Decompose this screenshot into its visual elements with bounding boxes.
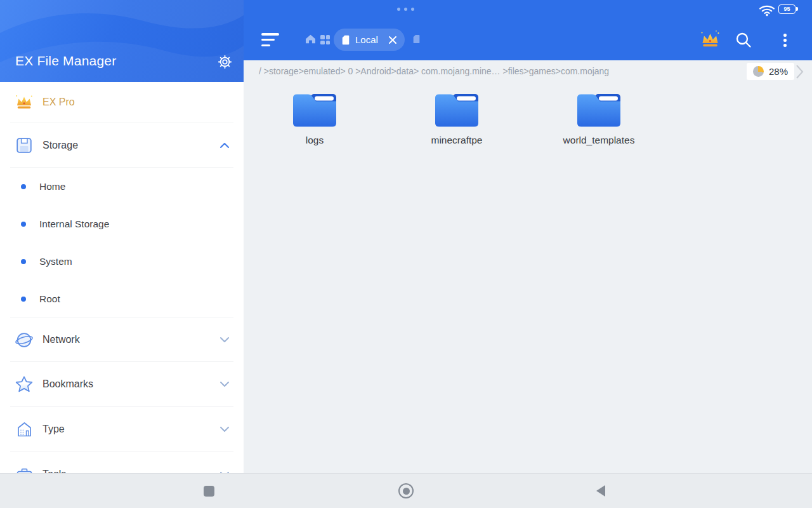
chevron-down-icon xyxy=(219,337,232,343)
building-icon xyxy=(14,420,34,438)
sidebar-item-ex-pro[interactable]: EX Pro xyxy=(10,82,233,123)
ex-file-manager-screen: 12:00 Thu, Aug 14 95 Local xyxy=(0,0,812,508)
ex-pro-label: EX Pro xyxy=(43,97,75,108)
wave-decoration xyxy=(0,0,244,82)
apps-grid-icon[interactable] xyxy=(320,35,330,44)
folder-name: minecraftpe xyxy=(431,135,483,146)
bullet-icon xyxy=(21,184,26,189)
tab-local[interactable]: Local xyxy=(334,29,405,51)
new-tab-sdcard-icon[interactable] xyxy=(413,34,420,46)
sidebar-section-storage[interactable]: Storage xyxy=(10,123,233,168)
folder-item-world-templates[interactable]: world_templates xyxy=(528,83,670,154)
breadcrumb-bar: / >storage>emulated> 0 >Android>data> co… xyxy=(244,60,812,83)
file-grid: logs minecraftpe world_templates xyxy=(244,83,812,154)
briefcase-icon xyxy=(14,467,34,474)
tools-label: Tools xyxy=(43,469,66,473)
usage-percent: 28% xyxy=(769,66,788,77)
sidebar-item-home[interactable]: Home xyxy=(10,168,233,205)
crown-icon xyxy=(14,93,34,111)
star-icon xyxy=(14,375,34,393)
premium-crown-icon[interactable] xyxy=(700,30,721,52)
network-label: Network xyxy=(43,334,80,345)
chevron-right-icon xyxy=(796,64,804,79)
folder-icon xyxy=(575,92,623,129)
chevron-down-icon xyxy=(219,381,232,387)
folder-icon xyxy=(291,92,339,129)
folder-item-logs[interactable]: logs xyxy=(244,83,386,154)
home-label: Home xyxy=(39,181,65,192)
search-icon[interactable] xyxy=(735,31,752,51)
breadcrumb[interactable]: / >storage>emulated> 0 >Android>data> co… xyxy=(259,60,609,82)
bullet-icon xyxy=(21,222,26,227)
app-title: EX File Manager xyxy=(15,53,116,69)
tab-close-icon[interactable] xyxy=(388,36,397,44)
chevron-down-icon xyxy=(219,426,232,432)
storage-usage-badge[interactable]: 28% xyxy=(747,63,794,80)
storage-label: Storage xyxy=(43,140,78,151)
globe-icon xyxy=(14,331,34,349)
folder-name: world_templates xyxy=(563,135,635,146)
pie-chart-icon xyxy=(753,66,764,77)
chevron-up-icon xyxy=(219,142,232,149)
bullet-icon xyxy=(21,297,26,302)
floppy-disk-icon xyxy=(14,137,34,154)
sidebar-section-type[interactable]: Type xyxy=(10,407,233,452)
home-button[interactable] xyxy=(398,483,414,498)
back-button[interactable] xyxy=(596,485,605,497)
bullet-icon xyxy=(21,259,26,264)
internal-storage-label: Internal Storage xyxy=(39,218,109,230)
folder-item-minecraftpe[interactable]: minecraftpe xyxy=(386,83,528,154)
sidebar-header: EX File Manager xyxy=(0,0,244,82)
settings-gear-icon[interactable] xyxy=(217,54,233,72)
sidebar-item-system[interactable]: System xyxy=(10,243,233,280)
sidebar-item-root[interactable]: Root xyxy=(10,280,233,318)
tab-local-label: Local xyxy=(355,34,378,45)
storage-sub-list: Home Internal Storage System Root xyxy=(10,168,233,318)
overflow-menu-icon[interactable] xyxy=(782,32,788,48)
system-label: System xyxy=(39,256,72,267)
wifi-icon xyxy=(759,4,775,20)
sidebar-section-bookmarks[interactable]: Bookmarks xyxy=(10,362,233,407)
storage-usage: 28% xyxy=(747,63,804,80)
sdcard-icon xyxy=(342,35,350,45)
battery-icon: 95 xyxy=(778,4,796,14)
camera-notch-dots-icon xyxy=(397,8,414,11)
home-tab-icon[interactable] xyxy=(305,34,316,46)
recents-button[interactable] xyxy=(204,486,214,497)
folder-icon xyxy=(433,92,481,129)
bookmarks-label: Bookmarks xyxy=(43,378,93,390)
sidebar-section-network[interactable]: Network xyxy=(10,318,233,362)
type-label: Type xyxy=(43,424,65,435)
menu-button[interactable] xyxy=(261,33,280,46)
sidebar: EX File Manager xyxy=(0,0,244,473)
folder-name: logs xyxy=(306,135,324,146)
root-label: Root xyxy=(39,293,60,305)
android-navigation-bar xyxy=(0,473,812,508)
sidebar-section-tools[interactable]: Tools xyxy=(10,452,233,473)
sidebar-item-internal-storage[interactable]: Internal Storage xyxy=(10,205,233,243)
